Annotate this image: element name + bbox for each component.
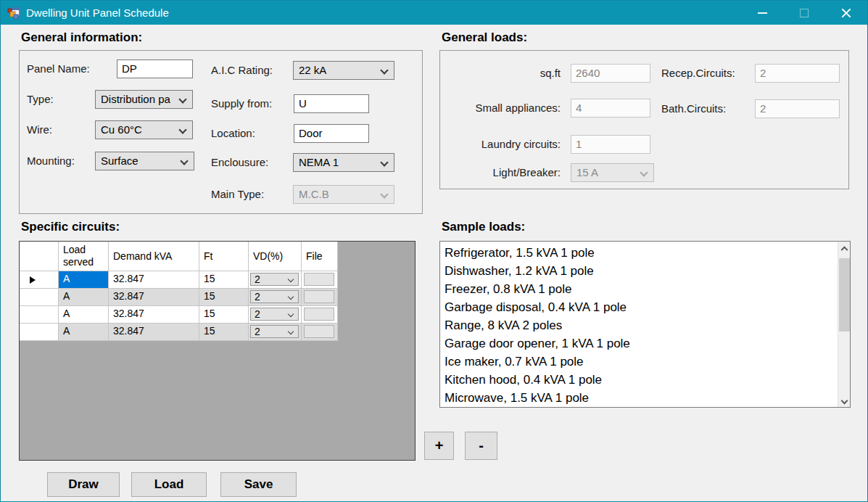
laundry-circuits-input: 1 bbox=[571, 135, 650, 154]
type-label: Type: bbox=[27, 90, 54, 109]
specific-circuits-grid[interactable]: Load served Demand kVA Ft VD(%) File A 3… bbox=[19, 241, 416, 461]
cell-file[interactable] bbox=[302, 271, 338, 289]
sqft-input: 2640 bbox=[571, 64, 650, 83]
scrollbar-thumb[interactable] bbox=[839, 258, 850, 332]
cell-ft[interactable]: 15 bbox=[199, 306, 249, 324]
list-item[interactable]: Refrigerator, 1.5 kVA 1 pole bbox=[440, 244, 850, 262]
titlebar[interactable]: Dwelling Unit Panel Schedule bbox=[1, 1, 867, 25]
row-selector[interactable] bbox=[20, 306, 59, 324]
aic-rating-label: A.I.C Rating: bbox=[211, 61, 273, 80]
location-input[interactable]: Door bbox=[294, 124, 369, 143]
cell-vd[interactable]: 2 bbox=[249, 306, 302, 324]
close-button[interactable] bbox=[825, 1, 867, 25]
file-button[interactable] bbox=[304, 273, 334, 286]
panel-name-label: Panel Name: bbox=[27, 59, 90, 78]
cell-file[interactable] bbox=[302, 324, 338, 341]
draw-button[interactable]: Draw bbox=[47, 472, 120, 497]
remove-circuit-button[interactable]: - bbox=[465, 432, 497, 460]
recep-circuits-label: Recep.Circuits: bbox=[661, 64, 735, 83]
cell-file[interactable] bbox=[302, 306, 338, 324]
row-selector[interactable] bbox=[20, 289, 59, 306]
scroll-down-button[interactable] bbox=[838, 395, 851, 407]
column-header-ft[interactable]: Ft bbox=[199, 242, 249, 271]
minimize-icon bbox=[758, 12, 767, 14]
main-type-combobox-disabled: M.C.B bbox=[293, 185, 394, 204]
column-header-load-served[interactable]: Load served bbox=[59, 242, 109, 271]
cell-demand-kva[interactable]: 32.847 bbox=[109, 289, 199, 306]
cell-load-served[interactable]: A bbox=[59, 289, 109, 306]
location-label: Location: bbox=[211, 124, 255, 143]
cell-load-served[interactable]: A bbox=[59, 324, 109, 341]
vd-combobox[interactable]: 2 bbox=[250, 308, 299, 321]
list-item[interactable]: Dishwasher, 1.2 kVA 1 pole bbox=[440, 262, 850, 280]
enclousure-label: Enclousure: bbox=[211, 153, 268, 172]
column-header-demand-kva[interactable]: Demand kVA bbox=[109, 242, 199, 271]
mounting-combobox[interactable]: Surface bbox=[95, 152, 194, 170]
cell-file[interactable] bbox=[302, 289, 338, 306]
maximize-button[interactable] bbox=[783, 1, 825, 25]
row-selector[interactable] bbox=[20, 271, 59, 289]
cell-demand-kva[interactable]: 32.847 bbox=[109, 306, 199, 324]
sample-loads-listbox[interactable]: Refrigerator, 1.5 kVA 1 pole Dishwasher,… bbox=[439, 241, 851, 408]
cell-demand-kva[interactable]: 32.847 bbox=[109, 271, 199, 289]
chevron-down-icon bbox=[640, 168, 648, 176]
column-header-vd[interactable]: VD(%) bbox=[249, 242, 302, 271]
load-button[interactable]: Load bbox=[131, 472, 207, 497]
type-combobox[interactable]: Distribution pa bbox=[95, 90, 193, 109]
mounting-label: Mounting: bbox=[27, 152, 75, 170]
file-button[interactable] bbox=[304, 308, 334, 321]
chevron-down-icon bbox=[178, 95, 186, 103]
cell-ft[interactable]: 15 bbox=[199, 324, 249, 341]
file-button[interactable] bbox=[304, 290, 334, 303]
panel-name-input[interactable]: DP bbox=[117, 59, 193, 78]
column-header-file[interactable]: File bbox=[302, 242, 338, 271]
chevron-down-icon bbox=[288, 294, 294, 300]
supply-from-input[interactable]: U bbox=[294, 94, 369, 113]
cell-load-served[interactable]: A bbox=[59, 306, 109, 324]
supply-from-label: Supply from: bbox=[211, 94, 272, 113]
list-item[interactable]: Kitchen hood, 0.4 kVA 1 pole bbox=[440, 371, 850, 389]
scroll-up-button[interactable] bbox=[838, 242, 851, 254]
maximize-icon bbox=[800, 9, 809, 17]
file-button[interactable] bbox=[304, 325, 334, 338]
chevron-down-icon bbox=[841, 398, 848, 405]
list-item[interactable]: Freezer, 0.8 kVA 1 pole bbox=[440, 280, 850, 298]
list-item[interactable]: Ice maker, 0.7 kVA 1 pole bbox=[440, 353, 850, 371]
vertical-scrollbar[interactable] bbox=[838, 242, 850, 407]
cell-load-served[interactable]: A bbox=[59, 271, 109, 289]
list-item[interactable]: Garage door opener, 1 kVA 1 pole bbox=[440, 334, 850, 353]
cell-ft[interactable]: 15 bbox=[199, 271, 249, 289]
sample-loads-items: Refrigerator, 1.5 kVA 1 pole Dishwasher,… bbox=[440, 242, 850, 407]
wire-combobox[interactable]: Cu 60°C bbox=[95, 120, 193, 139]
cell-ft[interactable]: 15 bbox=[199, 289, 249, 306]
list-item[interactable]: Microwave, 1.5 kVA 1 pole bbox=[440, 389, 850, 407]
chevron-up-icon bbox=[841, 246, 848, 253]
enclousure-combobox[interactable]: NEMA 1 bbox=[293, 153, 394, 172]
cell-demand-kva[interactable]: 32.847 bbox=[109, 324, 199, 341]
cell-vd[interactable]: 2 bbox=[249, 324, 302, 341]
list-item[interactable]: Range, 8 kVA 2 poles bbox=[440, 316, 850, 334]
chevron-down-icon bbox=[178, 126, 186, 133]
list-item[interactable]: Garbage disposal, 0.4 kVA 1 pole bbox=[440, 298, 850, 316]
small-appliances-label: Small appliances: bbox=[447, 99, 561, 118]
vd-combobox[interactable]: 2 bbox=[250, 290, 299, 303]
save-button[interactable]: Save bbox=[220, 472, 297, 497]
window-title: Dwelling Unit Panel Schedule bbox=[26, 7, 169, 19]
aic-rating-combobox[interactable]: 22 kA bbox=[293, 61, 394, 80]
chevron-down-icon bbox=[180, 157, 188, 165]
app-icon bbox=[7, 7, 20, 20]
vd-combobox[interactable]: 2 bbox=[250, 325, 299, 338]
add-circuit-button[interactable]: + bbox=[424, 432, 454, 460]
window-controls bbox=[741, 1, 867, 25]
specific-circuits-heading: Specific circuits: bbox=[21, 220, 120, 234]
vd-combobox[interactable]: 2 bbox=[250, 273, 299, 286]
cell-vd[interactable]: 2 bbox=[249, 271, 302, 289]
main-type-label: Main Type: bbox=[211, 185, 264, 204]
row-selector[interactable] bbox=[20, 324, 59, 341]
minimize-button[interactable] bbox=[741, 1, 783, 25]
chevron-down-icon bbox=[288, 276, 294, 282]
close-icon bbox=[841, 8, 851, 18]
cell-vd[interactable]: 2 bbox=[249, 289, 302, 306]
bath-circuits-label: Bath.Circuits: bbox=[661, 99, 726, 118]
chevron-down-icon bbox=[288, 329, 294, 334]
